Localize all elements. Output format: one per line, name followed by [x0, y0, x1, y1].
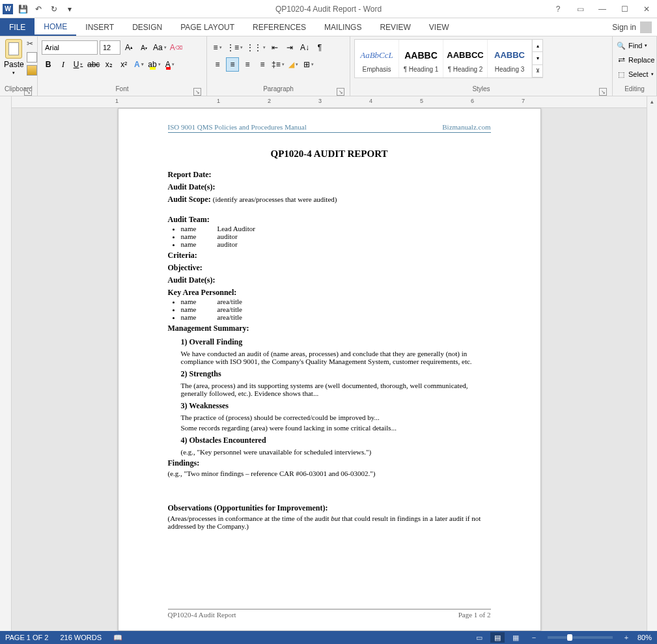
shrink-font-button[interactable]: A▾	[137, 40, 150, 55]
italic-button[interactable]: I	[57, 57, 70, 72]
style-item[interactable]: AABBC¶ Heading 1	[399, 40, 443, 77]
justify-button[interactable]: ≡	[256, 57, 269, 72]
summary-s4-body: (e.g., "Key personnel were unavailable f…	[181, 448, 491, 456]
superscript-button[interactable]: x²	[117, 57, 130, 72]
tab-home[interactable]: HOME	[35, 18, 76, 36]
bullets-button[interactable]: ≡▾	[211, 40, 224, 55]
sort-button[interactable]: A↓	[298, 40, 311, 55]
ribbon-options-button[interactable]: ▭	[572, 3, 588, 16]
audit-scope-hint: (identify areas/processes that were audi…	[213, 195, 337, 203]
undo-button[interactable]: ↶	[33, 3, 44, 15]
minimize-button[interactable]: —	[594, 3, 610, 16]
tab-page-layout[interactable]: PAGE LAYOUT	[171, 18, 244, 36]
summary-s2-body: The (area, process) and its supporting s…	[181, 382, 491, 397]
editing-group-label: Editing	[617, 85, 652, 96]
styles-launcher[interactable]: ↘	[599, 88, 607, 96]
clipboard-group: Paste ▾ ✂ Clipboard ↘	[0, 36, 38, 96]
text-effects-button[interactable]: A▾	[132, 57, 145, 72]
multilevel-list-button[interactable]: ⋮⋮▾	[245, 40, 266, 55]
styles-more-button[interactable]: ⊻	[533, 65, 542, 77]
tab-mailings[interactable]: MAILINGS	[315, 18, 370, 36]
font-color-button[interactable]: A▾	[163, 57, 176, 72]
criteria-label: Criteria:	[168, 251, 491, 260]
font-group-label: Font ↘	[42, 85, 203, 96]
vertical-ruler[interactable]	[0, 96, 12, 631]
web-layout-button[interactable]: ▦	[509, 632, 523, 643]
tab-design[interactable]: DESIGN	[123, 18, 171, 36]
styles-scroll-down[interactable]: ▾	[533, 52, 542, 64]
print-layout-button[interactable]: ▤	[490, 632, 505, 643]
increase-indent-button[interactable]: ⇥	[283, 40, 296, 55]
page-header-left: ISO 9001 QMS Policies and Procedures Man…	[168, 123, 307, 131]
styles-scroll-up[interactable]: ▴	[533, 40, 542, 52]
tab-insert[interactable]: INSERT	[76, 18, 123, 36]
tab-view[interactable]: VIEW	[420, 18, 458, 36]
select-button[interactable]: ⬚ Select▾	[617, 68, 654, 81]
strikethrough-button[interactable]: abc	[87, 57, 100, 72]
audit-scope-label: Audit Scope:	[168, 195, 211, 204]
read-mode-button[interactable]: ▭	[472, 632, 486, 643]
maximize-button[interactable]: ☐	[617, 3, 632, 16]
replace-button[interactable]: ⮂ Replace	[617, 53, 654, 66]
shading-button[interactable]: ◢▾	[287, 57, 300, 72]
tab-file[interactable]: FILE	[0, 18, 35, 36]
observations-label: Observations (Opportunities for Improvem…	[168, 503, 491, 513]
borders-button[interactable]: ⊞▾	[302, 57, 315, 72]
bold-button[interactable]: B	[42, 57, 55, 72]
copy-button[interactable]	[27, 52, 37, 63]
mgmt-summary-label: Management Summary:	[168, 324, 491, 333]
ribbon: Paste ▾ ✂ Clipboard ↘ A▴ A▾ Aa▾ A⌫	[0, 36, 657, 96]
clear-formatting-button[interactable]: A⌫	[169, 40, 183, 55]
style-item[interactable]: AABBCC¶ Heading 2	[443, 40, 488, 77]
line-spacing-button[interactable]: ‡≡▾	[271, 57, 285, 72]
font-launcher[interactable]: ↘	[193, 88, 201, 96]
help-button[interactable]: ?	[550, 3, 566, 16]
format-painter-button[interactable]	[27, 65, 37, 76]
horizontal-ruler[interactable]: 11234567	[12, 96, 647, 108]
align-right-button[interactable]: ≡	[241, 57, 254, 72]
status-proofing-icon[interactable]: 📖	[113, 634, 122, 642]
find-button[interactable]: 🔍 Find▾	[617, 39, 654, 52]
list-item: nameLead Auditor	[181, 225, 491, 232]
tab-review[interactable]: REVIEW	[370, 18, 419, 36]
save-button[interactable]: 💾	[17, 3, 29, 15]
clipboard-launcher[interactable]: ↘	[24, 88, 32, 96]
cut-button[interactable]: ✂	[27, 39, 37, 49]
zoom-in-button[interactable]: +	[619, 632, 634, 643]
align-center-button[interactable]: ≡	[226, 57, 239, 72]
document-page[interactable]: ISO 9001 QMS Policies and Procedures Man…	[118, 108, 541, 631]
numbering-button[interactable]: ⋮≡▾	[226, 40, 244, 55]
font-name-input[interactable]	[42, 40, 98, 55]
personnel-list: namearea/titlenamearea/titlenamearea/tit…	[181, 298, 491, 321]
vertical-scrollbar[interactable]: ▴	[647, 96, 657, 631]
style-item[interactable]: AaBbCcLEmphasis	[355, 40, 399, 77]
summary-s1-body: We have conducted an audit of (name area…	[181, 350, 491, 365]
qat-customize-button[interactable]: ▾	[64, 3, 76, 15]
align-left-button[interactable]: ≡	[211, 57, 224, 72]
sign-in-link[interactable]: Sign in	[612, 18, 657, 36]
redo-button[interactable]: ↻	[48, 3, 60, 15]
highlight-button[interactable]: ab▾	[147, 57, 161, 72]
decrease-indent-button[interactable]: ⇤	[268, 40, 281, 55]
paragraph-launcher[interactable]: ↘	[337, 88, 344, 96]
paste-button[interactable]: Paste ▾	[4, 39, 24, 76]
close-button[interactable]: ✕	[639, 3, 654, 16]
underline-button[interactable]: U▾	[72, 57, 85, 72]
avatar-icon	[640, 21, 652, 33]
status-page[interactable]: PAGE 1 OF 2	[5, 634, 48, 642]
list-item: namearea/title	[181, 313, 491, 321]
observations-body: (Areas/processes in conformance at the t…	[168, 514, 491, 530]
status-words[interactable]: 216 WORDS	[60, 634, 102, 642]
zoom-out-button[interactable]: −	[527, 632, 541, 643]
show-marks-button[interactable]: ¶	[313, 40, 326, 55]
grow-font-button[interactable]: A▴	[122, 40, 135, 55]
style-item[interactable]: AABBCHeading 3	[488, 40, 532, 77]
list-item: nameauditor	[181, 240, 491, 248]
tab-references[interactable]: REFERENCES	[244, 18, 315, 36]
font-size-input[interactable]	[100, 40, 120, 55]
subscript-button[interactable]: x₂	[102, 57, 115, 72]
change-case-button[interactable]: Aa▾	[152, 40, 167, 55]
scroll-up-button[interactable]: ▴	[647, 96, 657, 107]
zoom-slider[interactable]	[548, 636, 613, 639]
zoom-level[interactable]: 80%	[637, 634, 652, 641]
